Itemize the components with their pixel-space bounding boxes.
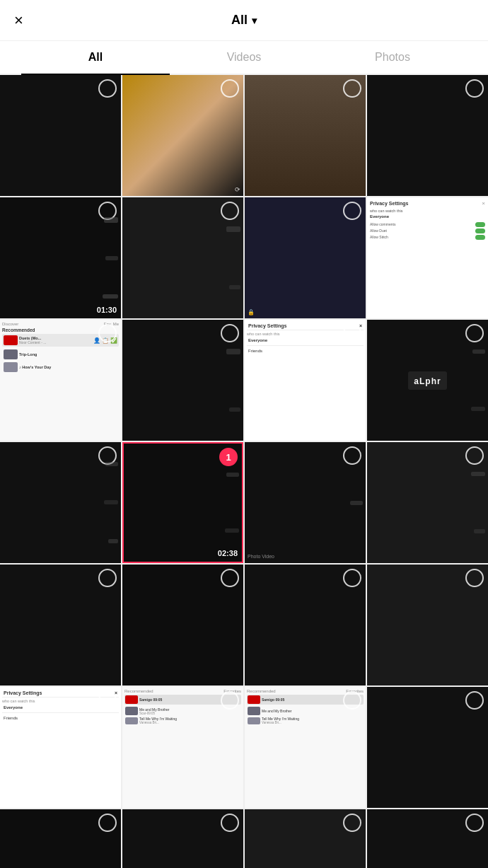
grid-cell-3[interactable] <box>367 75 488 196</box>
grid-cell-25[interactable] <box>122 809 243 868</box>
duration-4: 01:30 <box>97 306 117 314</box>
select-circle-6 <box>343 202 361 220</box>
grid-cell-5[interactable] <box>122 197 243 318</box>
grid-cell-23[interactable] <box>367 687 488 808</box>
grid-cell-2[interactable] <box>245 75 366 196</box>
tab-bar: All Videos Photos <box>0 41 488 75</box>
chevron-down-icon: ▾ <box>252 15 257 26</box>
tab-all[interactable]: All <box>21 41 170 74</box>
select-circle-10 <box>343 324 361 342</box>
media-grid: ⟳ 01:30 🔒 Privacy Settings × <box>0 75 488 868</box>
header-title[interactable]: All ▾ <box>231 13 257 28</box>
grid-cell-14[interactable]: Photo Video <box>245 442 366 563</box>
select-circle-2 <box>343 79 361 98</box>
grid-cell-8[interactable]: DiscoverFav. Me Recommended Duets (Mo...… <box>0 320 121 441</box>
grid-cell-12[interactable] <box>0 442 121 563</box>
title-text: All <box>231 13 248 28</box>
tab-photos[interactable]: Photos <box>318 41 467 74</box>
select-circle-23 <box>465 691 484 710</box>
select-circle-1 <box>221 79 239 98</box>
grid-cell-27[interactable] <box>367 809 488 868</box>
select-circle-24 <box>98 814 117 832</box>
select-circle-8 <box>98 324 117 342</box>
grid-cell-16[interactable] <box>0 565 121 685</box>
grid-cell-9[interactable] <box>122 320 243 441</box>
grid-cell-26[interactable] <box>245 809 366 868</box>
grid-cell-6[interactable]: 🔒 <box>245 197 366 318</box>
grid-cell-17[interactable] <box>122 565 243 685</box>
grid-cell-13[interactable]: 1 02:38 <box>122 442 243 563</box>
select-circle-21 <box>221 691 239 710</box>
select-circle-22 <box>343 691 361 710</box>
grid-cell-0[interactable] <box>0 75 121 196</box>
select-circle-0 <box>98 79 117 98</box>
grid-cell-18[interactable] <box>245 565 366 685</box>
grid-cell-4[interactable]: 01:30 <box>0 197 121 318</box>
select-circle-19 <box>465 569 484 587</box>
select-circle-26 <box>343 814 361 832</box>
grid-cell-21[interactable]: RecommendedFavorites Samigo 09:05 Me and… <box>122 687 243 808</box>
grid-cell-7[interactable]: Privacy Settings × who can watch this Ev… <box>367 197 488 318</box>
header: × All ▾ <box>0 0 488 41</box>
grid-cell-20[interactable]: Privacy Settings× who can watch this Eve… <box>0 687 121 808</box>
grid-cell-1[interactable]: ⟳ <box>122 75 243 196</box>
select-circle-7 <box>465 202 484 220</box>
select-circle-18 <box>343 569 361 587</box>
tab-videos[interactable]: Videos <box>170 41 318 74</box>
grid-cell-15[interactable] <box>367 442 488 563</box>
grid-cell-22[interactable]: RecommendedFavorites Samigo 09:05 Me and… <box>245 687 366 808</box>
grid-cell-11[interactable]: aLphr <box>367 320 488 441</box>
grid-cell-10[interactable]: Privacy Settings× who can watch this Eve… <box>245 320 366 441</box>
select-circle-20 <box>98 691 117 710</box>
select-circle-3 <box>465 79 484 98</box>
duration-13: 02:38 <box>218 549 238 557</box>
select-circle-25 <box>221 814 239 832</box>
select-circle-27 <box>465 814 484 832</box>
select-circle-17 <box>221 569 239 587</box>
close-button[interactable]: × <box>14 11 23 30</box>
grid-cell-24[interactable] <box>0 809 121 868</box>
grid-cell-19[interactable] <box>367 565 488 685</box>
select-circle-16 <box>98 569 117 587</box>
